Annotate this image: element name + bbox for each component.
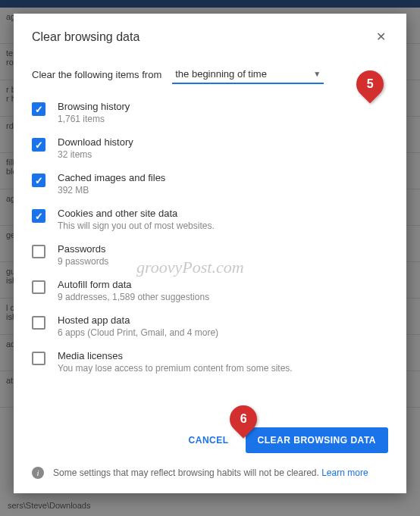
clear-data-item: Cookies and other site dataThis will sig… <box>32 208 388 231</box>
item-sublabel: This will sign you out of most websites. <box>58 220 215 231</box>
clear-data-item: Cached images and files392 MB <box>32 172 388 195</box>
clear-data-item: Hosted app data6 apps (Cloud Print, Gmai… <box>32 314 388 338</box>
item-checkbox[interactable] <box>32 245 45 258</box>
clear-browsing-data-dialog: Clear browsing data ✕ Clear the followin… <box>14 14 406 493</box>
item-label: Cached images and files <box>58 172 165 183</box>
item-sublabel: 9 passwords <box>58 256 108 267</box>
item-label: Download history <box>58 136 133 148</box>
clear-data-item: Browsing history1,761 items <box>32 101 388 124</box>
item-checkbox[interactable] <box>32 138 45 152</box>
close-icon[interactable]: ✕ <box>376 31 388 43</box>
item-sublabel: 9 addresses, 1,589 other suggestions <box>58 292 209 302</box>
time-range-value: the beginning of time <box>175 68 267 80</box>
item-sublabel: You may lose access to premium content f… <box>58 363 293 374</box>
clear-data-item: Download history32 items <box>32 136 388 160</box>
time-range-select[interactable]: the beginning of time ▼ <box>172 65 324 84</box>
dialog-title: Clear browsing data <box>32 30 139 44</box>
item-checkbox[interactable] <box>32 209 45 223</box>
clear-data-item: Media licensesYou may lose access to pre… <box>32 350 388 374</box>
item-sublabel: 1,761 items <box>58 114 130 124</box>
info-icon: i <box>32 467 44 479</box>
item-checkbox[interactable] <box>32 102 45 116</box>
item-sublabel: 392 MB <box>58 185 165 195</box>
cancel-button[interactable]: CANCEL <box>181 429 237 452</box>
learn-more-link[interactable]: Learn more <box>321 468 368 478</box>
item-checkbox[interactable] <box>32 174 45 187</box>
clear-data-item: Autofill form data9 addresses, 1,589 oth… <box>32 279 388 302</box>
chevron-down-icon: ▼ <box>313 70 321 78</box>
item-sublabel: 6 apps (Cloud Print, Gmail, and 4 more) <box>58 327 218 338</box>
item-label: Cookies and other site data <box>58 208 215 219</box>
clear-browsing-data-button[interactable]: CLEAR BROWSING DATA <box>246 427 388 453</box>
item-label: Hosted app data <box>58 314 218 326</box>
time-range-label: Clear the following items from <box>32 69 161 80</box>
clear-data-item: Passwords9 passwords <box>32 243 388 267</box>
item-label: Passwords <box>58 243 108 255</box>
item-label: Autofill form data <box>58 279 209 290</box>
item-checkbox[interactable] <box>32 352 45 365</box>
item-label: Browsing history <box>58 101 130 112</box>
item-label: Media licenses <box>58 350 293 361</box>
item-checkbox[interactable] <box>32 316 45 330</box>
footer-text: Some settings that may reflect browsing … <box>53 467 368 480</box>
item-checkbox[interactable] <box>32 280 45 294</box>
item-sublabel: 32 items <box>58 149 133 160</box>
